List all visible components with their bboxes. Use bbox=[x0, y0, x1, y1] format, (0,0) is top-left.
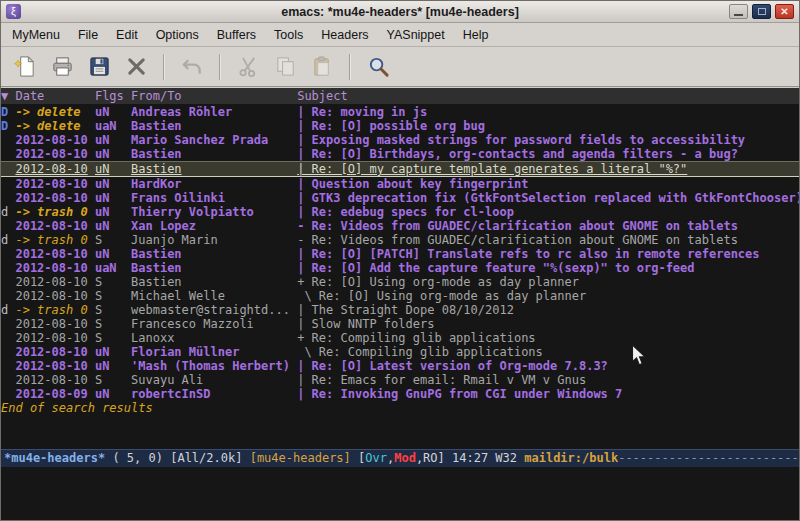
message-flags: uN bbox=[95, 219, 131, 233]
menu-headers[interactable]: Headers bbox=[312, 24, 377, 46]
message-marker bbox=[1, 373, 15, 387]
message-subject: | Re: [O] Latest version of Org-mode 7.8… bbox=[297, 359, 799, 373]
message-from: Bastien bbox=[131, 247, 297, 261]
mode-line[interactable]: *mu4e-headers* ( 5, 0) [All/2.0k] [mu4e-… bbox=[1, 449, 799, 467]
message-marker: d bbox=[1, 303, 15, 317]
message-row[interactable]: 2012-08-10SFrancesco Mazzoli| Slow NNTP … bbox=[1, 317, 799, 331]
message-from: Florian Müllner bbox=[131, 345, 297, 359]
message-row[interactable]: 2012-08-10SSuvayu Ali| Re: Emacs for ema… bbox=[1, 373, 799, 387]
menu-options[interactable]: Options bbox=[147, 24, 208, 46]
message-from: Michael Welle bbox=[131, 289, 297, 303]
message-marker: D bbox=[1, 119, 15, 133]
message-marker bbox=[1, 289, 15, 303]
message-date: 2012-08-10 bbox=[15, 345, 94, 359]
column-header-flags[interactable]: Flgs bbox=[95, 88, 131, 104]
search-icon[interactable] bbox=[363, 52, 393, 82]
modeline-segment: 14:27 W32 bbox=[452, 451, 524, 465]
modeline-segment: ---------------------------------------- bbox=[618, 451, 799, 465]
message-subject: | Question about key fingerprint bbox=[297, 177, 799, 191]
new-file-icon[interactable] bbox=[10, 52, 40, 82]
message-subject: | Re: [O] Birthdays, org-contacts and ag… bbox=[297, 147, 799, 161]
undo-icon bbox=[177, 52, 207, 82]
message-row[interactable]: 2012-08-10uNFrans Oilinki| GTK3 deprecat… bbox=[1, 191, 799, 205]
close-buffer-icon[interactable] bbox=[121, 52, 151, 82]
message-flags: uN bbox=[95, 133, 131, 147]
message-marker bbox=[1, 247, 15, 261]
message-from: Mario Sanchez Prada bbox=[131, 133, 297, 147]
menu-file[interactable]: File bbox=[69, 24, 107, 46]
message-from: 'Mash (Thomas Herbert) bbox=[131, 359, 297, 373]
minimize-icon bbox=[734, 14, 743, 16]
message-flags: uN bbox=[95, 105, 131, 119]
message-flags: uN bbox=[95, 177, 131, 191]
message-from: Bastien bbox=[131, 162, 297, 176]
message-subject: + Re: [O] Using org-mode as day planner bbox=[297, 275, 799, 289]
message-row[interactable]: 2012-08-10uNMario Sanchez Prada| Exposin… bbox=[1, 133, 799, 147]
menu-mymenu[interactable]: MyMenu bbox=[3, 24, 69, 46]
message-row[interactable]: 2012-08-10uN'Mash (Thomas Herbert)| Re: … bbox=[1, 359, 799, 373]
message-row[interactable]: 2012-08-10SLanoxx+ Re: Compiling glib ap… bbox=[1, 331, 799, 345]
cut-icon bbox=[233, 52, 263, 82]
message-date: 2012-08-10 bbox=[15, 317, 94, 331]
toolbar-separator bbox=[219, 54, 221, 80]
message-row[interactable]: d-> trash 0Swebmaster@straightd...| The … bbox=[1, 303, 799, 317]
message-row[interactable]: 2012-08-10uNHardKor| Question about key … bbox=[1, 177, 799, 191]
menu-yasnippet[interactable]: YASnippet bbox=[378, 24, 454, 46]
message-row[interactable]: 2012-08-10uNBastien| Re: [O] my capture … bbox=[1, 161, 799, 177]
message-date: -> trash 0 bbox=[15, 303, 94, 317]
modeline-segment: Mod bbox=[394, 451, 416, 465]
minimize-button[interactable] bbox=[729, 4, 748, 19]
message-row[interactable]: 2012-08-10uNFlorian Müllner \ Re: Compil… bbox=[1, 345, 799, 359]
message-marker: D bbox=[1, 105, 15, 119]
close-button[interactable]: ✕ bbox=[775, 4, 794, 19]
message-row[interactable]: D-> deleteuNAndreas Röhler| Re: moving i… bbox=[1, 105, 799, 119]
message-row[interactable]: 2012-08-10uNBastien| Re: [O] Birthdays, … bbox=[1, 147, 799, 161]
print-icon[interactable] bbox=[47, 52, 77, 82]
buffer-area: D-> deleteuNAndreas Röhler| Re: moving i… bbox=[1, 104, 799, 449]
column-header-from[interactable]: From/To bbox=[131, 88, 297, 104]
message-date: 2012-08-10 bbox=[15, 331, 94, 345]
message-from: Lanoxx bbox=[131, 331, 297, 345]
paste-icon bbox=[307, 52, 337, 82]
message-subject: \ Re: [O] Using org-mode as day planner bbox=[297, 289, 799, 303]
message-flags: uaN bbox=[95, 261, 131, 275]
message-flags: uN bbox=[95, 205, 131, 219]
message-from: Bastien bbox=[131, 147, 297, 161]
message-marker: d bbox=[1, 205, 15, 219]
message-subject: | GTK3 deprecation fix (GtkFontSelection… bbox=[297, 191, 799, 205]
menu-buffers[interactable]: Buffers bbox=[208, 24, 265, 46]
message-from: webmaster@straightd... bbox=[131, 303, 297, 317]
message-row[interactable]: 2012-08-10uNXan Lopez- Re: Videos from G… bbox=[1, 219, 799, 233]
message-marker bbox=[1, 162, 15, 176]
message-marker bbox=[1, 359, 15, 373]
column-header-subject[interactable]: Subject bbox=[297, 88, 799, 104]
message-row[interactable]: 2012-08-10SBastien+ Re: [O] Using org-mo… bbox=[1, 275, 799, 289]
menu-edit[interactable]: Edit bbox=[107, 24, 147, 46]
message-row[interactable]: 2012-08-10uNBastien| Re: [O] [PATCH] Tra… bbox=[1, 247, 799, 261]
message-from: Andreas Röhler bbox=[131, 105, 297, 119]
message-row[interactable]: 2012-08-10uaNBastien| Re: [O] Add the ca… bbox=[1, 261, 799, 275]
message-date: -> delete bbox=[15, 105, 94, 119]
menu-help[interactable]: Help bbox=[454, 24, 498, 46]
message-marker bbox=[1, 317, 15, 331]
column-header-date[interactable]: Date bbox=[15, 88, 94, 104]
emacs-window: ξ emacs: *mu4e-headers* [mu4e-headers] ✕… bbox=[0, 0, 800, 521]
save-icon[interactable] bbox=[84, 52, 114, 82]
message-date: 2012-08-10 bbox=[15, 359, 94, 373]
maximize-button[interactable] bbox=[752, 4, 771, 19]
message-row[interactable]: D-> deleteuaNBastien| Re: [O] possible o… bbox=[1, 119, 799, 133]
message-from: Bastien bbox=[131, 261, 297, 275]
toolbar-separator bbox=[163, 54, 165, 80]
message-row[interactable]: d-> trash 0SJuanjo Marin- Re: Videos fro… bbox=[1, 233, 799, 247]
message-row[interactable]: d-> trash 0uNThierry Volpiatto| Re: edeb… bbox=[1, 205, 799, 219]
message-marker bbox=[1, 387, 15, 401]
message-subject: | The Straight Dope 08/10/2012 bbox=[297, 303, 799, 317]
message-flags: uN bbox=[95, 147, 131, 161]
message-row[interactable]: 2012-08-10SMichael Welle \ Re: [O] Using… bbox=[1, 289, 799, 303]
message-flags: uN bbox=[95, 191, 131, 205]
menu-tools[interactable]: Tools bbox=[265, 24, 312, 46]
message-date: 2012-08-10 bbox=[15, 247, 94, 261]
message-date: 2012-08-10 bbox=[15, 373, 94, 387]
message-row[interactable]: 2012-08-09uNrobertcInSD| Re: Invoking Gn… bbox=[1, 387, 799, 401]
modeline-segment: *mu4e-headers* bbox=[4, 451, 105, 465]
